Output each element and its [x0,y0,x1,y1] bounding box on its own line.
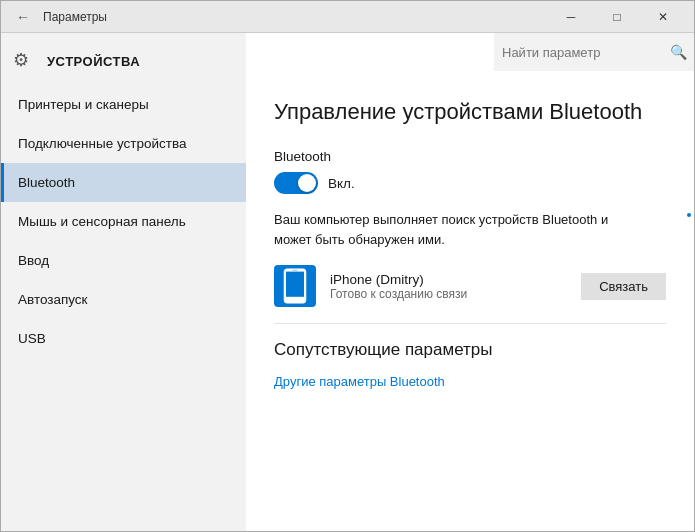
device-status: Готово к созданию связи [330,287,567,301]
sidebar-item-input[interactable]: Ввод [1,241,246,280]
gear-icon: ⚙ [13,49,37,73]
bluetooth-toggle-row: Вкл. [274,172,666,194]
maximize-button[interactable]: □ [594,1,640,33]
sidebar-item-printers[interactable]: Принтеры и сканеры [1,85,246,124]
related-section-title: Сопутствующие параметры [274,340,666,360]
iphone-icon [282,268,308,304]
connect-button[interactable]: Связать [581,273,666,300]
device-name: iPhone (Dmitry) [330,272,567,287]
bluetooth-section-label: Bluetooth [274,149,666,164]
sidebar-title: УСТРОЙСТВА [47,54,140,69]
minimize-button[interactable]: ─ [548,1,594,33]
related-link[interactable]: Другие параметры Bluetooth [274,374,445,389]
panel-title: Управление устройствами Bluetooth [274,99,666,125]
sidebar-item-usb[interactable]: USB [1,319,246,358]
scroll-indicator [687,213,691,217]
device-item: iPhone (Dmitry) Готово к созданию связи … [274,265,666,307]
toggle-knob [298,174,316,192]
sidebar-item-autorun[interactable]: Автозапуск [1,280,246,319]
sidebar-nav: Принтеры и сканеры Подключенные устройст… [1,85,246,531]
sidebar-item-bluetooth[interactable]: Bluetooth [1,163,246,202]
window-title: Параметры [37,10,548,24]
window: ← Параметры ─ □ ✕ ⚙ УСТРОЙСТВА Принтеры … [0,0,695,532]
search-input[interactable] [502,45,670,60]
divider [274,323,666,324]
bluetooth-toggle[interactable] [274,172,318,194]
panel: 🔍 Управление устройствами Bluetooth Blue… [246,33,694,531]
svg-rect-3 [292,270,297,271]
device-info: iPhone (Dmitry) Готово к созданию связи [330,272,567,301]
back-button[interactable]: ← [9,3,37,31]
panel-content: Управление устройствами Bluetooth Blueto… [246,71,694,410]
sidebar: ⚙ УСТРОЙСТВА Принтеры и сканеры Подключе… [1,33,246,531]
svg-rect-2 [291,299,298,302]
search-bar: 🔍 [494,33,694,71]
toggle-on-label: Вкл. [328,176,355,191]
window-controls: ─ □ ✕ [548,1,686,33]
bluetooth-info-text: Ваш компьютер выполняет поиск устройств … [274,210,644,249]
titlebar: ← Параметры ─ □ ✕ [1,1,694,33]
device-icon [274,265,316,307]
sidebar-item-connected[interactable]: Подключенные устройства [1,124,246,163]
close-button[interactable]: ✕ [640,1,686,33]
main-area: ⚙ УСТРОЙСТВА Принтеры и сканеры Подключе… [1,33,694,531]
search-icon: 🔍 [670,44,687,60]
sidebar-item-mouse[interactable]: Мышь и сенсорная панель [1,202,246,241]
svg-rect-1 [286,272,304,297]
sidebar-header: ⚙ УСТРОЙСТВА [1,33,246,85]
